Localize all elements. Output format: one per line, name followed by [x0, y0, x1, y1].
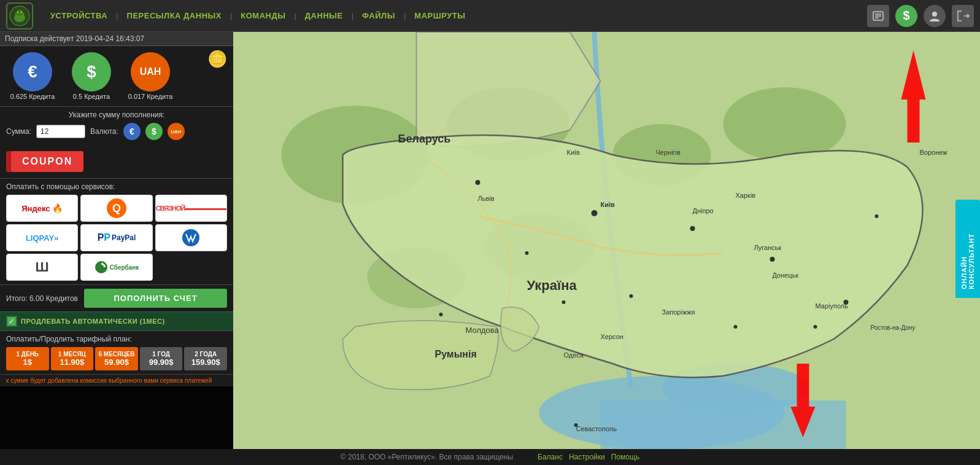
services-title: Оплатить с помощью сервисов: — [6, 182, 227, 191]
eur-circle[interactable]: € — [13, 52, 52, 92]
select-uah-btn[interactable]: UAH — [168, 123, 185, 140]
usd-circle[interactable]: $ — [72, 52, 111, 92]
nav-data[interactable]: ДАННЫЕ — [296, 11, 352, 20]
svg-text:Беларусь: Беларусь — [398, 133, 451, 145]
svg-text:Херсон: Херсон — [601, 333, 623, 340]
svg-text:Донецьк: Донецьк — [773, 272, 799, 279]
svg-point-32 — [525, 251, 529, 255]
paypal-p2: P — [104, 232, 110, 243]
tariff-1month-period: 1 МЕСЯЦ — [53, 351, 91, 358]
tariff-grid: 1 ДЕНЬ 1$ 1 МЕСЯЦ 11.90$ 6 МЕСЯЦЕВ 59.90… — [6, 347, 227, 370]
svg-point-11 — [932, 12, 937, 17]
sum-input[interactable] — [36, 125, 85, 138]
nav-devices[interactable]: УСТРОЙСТВА — [42, 11, 116, 20]
tariff-section: Оплатить/Продлить тарифный план: 1 ДЕНЬ … — [0, 330, 233, 374]
tariff-1day[interactable]: 1 ДЕНЬ 1$ — [6, 347, 49, 370]
refill-button[interactable]: ПОПОЛНИТЬ СЧЕТ — [84, 289, 227, 308]
logo[interactable] — [6, 2, 33, 29]
service-paypal[interactable]: P P PayPal — [80, 224, 152, 251]
commission-note: к сумме будет добавлена комиссия выбранн… — [0, 374, 233, 386]
svg-point-5 — [17, 12, 18, 13]
svg-point-31 — [630, 294, 633, 298]
select-eur-btn[interactable]: € — [123, 123, 141, 140]
svg-text:Румынія: Румынія — [435, 349, 477, 359]
sberbank-logo: Сбербанк — [95, 260, 139, 274]
uah-label: 0.017 Кредита — [128, 93, 173, 100]
map-area: Київ Україна Беларусь Румынія Молдова До… — [233, 32, 980, 465]
coupon-button[interactable]: COUPON — [11, 151, 83, 172]
wm-text: Ш — [36, 259, 49, 275]
qiwi-logo: Q — [106, 197, 128, 219]
service-svyaznoy[interactable]: СВЯЗНОЙ — [155, 195, 227, 222]
select-usd-btn[interactable]: $ — [145, 123, 163, 140]
svyaznoy-text: СВЯЗНОЙ — [156, 205, 185, 212]
tariff-6months[interactable]: 6 МЕСЯЦЕВ 59.90$ — [95, 347, 138, 370]
logout-icon[interactable] — [952, 5, 974, 27]
main: Подписка действует 2019-04-24 16:43:07 🪙… — [0, 32, 980, 465]
nav-data-transfer[interactable]: ПЕРЕСЫЛКА ДАННЫХ — [118, 11, 230, 20]
settings-link[interactable]: Настройки — [569, 453, 605, 461]
service-webpay[interactable] — [155, 224, 227, 251]
service-qiwi[interactable]: Q — [80, 195, 152, 222]
service-liqpay[interactable]: LIQPAY » — [6, 224, 78, 251]
svg-text:Севастополь: Севастополь — [576, 425, 617, 432]
nav-commands[interactable]: КОМАНДЫ — [232, 11, 294, 20]
tariff-1year-period: 1 ГОД — [142, 351, 180, 358]
svg-text:Україна: Україна — [527, 278, 577, 293]
topup-row: Сумма: Валюта: € $ UAH — [6, 123, 227, 140]
yandex-icon: 🔥 — [52, 203, 63, 213]
svg-point-33 — [562, 300, 566, 304]
svg-text:Молдова: Молдова — [466, 326, 500, 335]
service-yandex[interactable]: Яндекс 🔥 — [6, 195, 78, 222]
topup-section: Укажите сумму пополнения: Сумма: Валюта:… — [0, 106, 233, 147]
total-text: Итого: 6.00 Кредитов — [6, 294, 78, 303]
svg-text:Харків: Харків — [736, 192, 756, 199]
news-icon[interactable] — [867, 5, 889, 27]
nav-routes[interactable]: МАРШРУТЫ — [406, 11, 474, 20]
svg-point-37 — [814, 325, 817, 329]
service-sberbank[interactable]: Сбербанк — [80, 254, 152, 281]
autorenew-checkbox[interactable]: ✓ — [6, 316, 17, 327]
service-wmtransfer[interactable]: Ш — [6, 254, 78, 281]
subscription-bar: Подписка действует 2019-04-24 16:43:07 — [0, 32, 233, 46]
online-consultant[interactable]: ОНЛАЙН КОНСУЛЬТАНТ — [955, 200, 980, 298]
eur-currency[interactable]: € 0.625 Кредита — [5, 52, 60, 100]
svg-point-29 — [690, 226, 695, 231]
uah-currency[interactable]: UAH 0.017 Кредита — [123, 52, 178, 100]
liqpay-text: LIQPAY — [26, 233, 54, 243]
topup-title: Укажите сумму пополнения: — [6, 111, 227, 119]
help-link[interactable]: Помощь — [611, 453, 639, 461]
header-right: $ — [867, 5, 974, 27]
svg-point-24 — [723, 87, 846, 161]
svg-point-34 — [439, 313, 443, 316]
autorenew-section: ✓ ПРОДЛЕВАТЬ АВТОМАТИЧЕСКИ (1МЕС) — [0, 311, 233, 330]
nav-files[interactable]: ФАЙЛЫ — [353, 11, 404, 20]
coins-decoration: 🪙 — [207, 50, 227, 69]
user-icon[interactable] — [924, 5, 946, 27]
uah-circle[interactable]: UAH — [131, 52, 170, 92]
currency-label: Валюта: — [90, 127, 118, 136]
balance-icon[interactable]: $ — [895, 5, 917, 27]
sidebar: Подписка действует 2019-04-24 16:43:07 🪙… — [0, 32, 233, 465]
tariff-1day-period: 1 ДЕНЬ — [9, 351, 47, 358]
map-svg: Київ Україна Беларусь Румынія Молдова До… — [233, 32, 980, 465]
tariff-2years-period: 2 ГОДА — [187, 351, 225, 358]
usd-currency[interactable]: $ 0.5 Кредита — [64, 52, 119, 100]
svg-point-27 — [592, 210, 598, 216]
sum-label: Сумма: — [6, 127, 31, 136]
svg-point-36 — [875, 214, 879, 218]
svg-text:Чернігів: Чернігів — [656, 149, 681, 156]
balance-link[interactable]: Баланс — [538, 453, 563, 461]
subscription-text: Подписка действует 2019-04-24 16:43:07 — [5, 34, 144, 43]
currency-section: 🪙 € 0.625 Кредита $ 0.5 Кредита UAH 0.01… — [0, 46, 233, 106]
eur-label: 0.625 Кредита — [10, 93, 55, 100]
services-grid: Яндекс 🔥 Q СВЯЗНОЙ — [6, 195, 227, 281]
svg-text:Ростов-на-Дону: Ростов-на-Дону — [871, 324, 916, 331]
autorenew-text: ПРОДЛЕВАТЬ АВТОМАТИЧЕСКИ (1МЕС) — [21, 318, 165, 325]
tariff-1month[interactable]: 1 МЕСЯЦ 11.90$ — [51, 347, 94, 370]
tariff-2years[interactable]: 2 ГОДА 159.90$ — [184, 347, 227, 370]
svg-text:Львів: Львів — [478, 195, 495, 202]
tariff-1year[interactable]: 1 ГОД 99.90$ — [140, 347, 183, 370]
copyright-text: © 2018, ООО «Рептиликус». Все права защи… — [341, 453, 513, 461]
footer: © 2018, ООО «Рептиликус». Все права защи… — [0, 449, 980, 465]
